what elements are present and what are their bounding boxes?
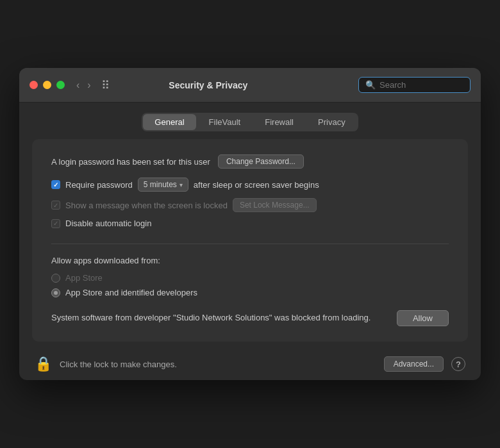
tabs-container: General FileVault Firewall Privacy — [19, 103, 481, 139]
lock-icon[interactable]: 🔒 — [35, 356, 52, 372]
tab-filevault[interactable]: FileVault — [197, 114, 253, 130]
download-section-title: Allow apps downloaded from: — [51, 256, 449, 265]
window-title: Security & Privacy — [65, 80, 352, 90]
blocked-section: System software from developer "Studio N… — [51, 310, 449, 326]
app-store-radio[interactable] — [51, 274, 60, 283]
require-password-suffix: after sleep or screen saver begins — [194, 180, 319, 190]
app-store-label: App Store — [65, 273, 103, 283]
require-password-row: Require password 5 minutes ▾ after sleep… — [51, 178, 449, 192]
search-input[interactable] — [379, 80, 463, 90]
search-bar: 🔍 — [358, 77, 471, 93]
password-info-row: A login password has been set for this u… — [51, 154, 449, 169]
tabs: General FileVault Firewall Privacy — [142, 113, 358, 131]
disable-autologin-checkbox[interactable] — [51, 219, 60, 228]
tab-firewall[interactable]: Firewall — [253, 114, 305, 130]
disable-autologin-label: Disable automatic login — [65, 219, 151, 228]
allow-button[interactable]: Allow — [397, 310, 449, 326]
disable-autologin-row: Disable automatic login — [51, 219, 449, 228]
app-store-radio-row: App Store — [51, 273, 449, 283]
traffic-lights — [29, 81, 65, 89]
close-button[interactable] — [29, 81, 38, 89]
tab-general[interactable]: General — [143, 114, 196, 130]
app-store-identified-label: App Store and identified developers — [65, 288, 197, 297]
require-password-checkbox[interactable] — [51, 180, 60, 189]
show-message-label: Show a message when the screen is locked — [65, 201, 228, 210]
footer: 🔒 Click the lock to make changes. Advanc… — [19, 348, 481, 380]
main-window: ‹ › ⠿ Security & Privacy 🔍 General FileV… — [19, 68, 481, 380]
search-icon: 🔍 — [365, 80, 376, 90]
blocked-text: System software from developer "Studio N… — [51, 312, 371, 324]
show-message-row: Show a message when the screen is locked… — [51, 198, 449, 212]
download-section: Allow apps downloaded from: App Store Ap… — [51, 256, 449, 297]
password-time-value: 5 minutes — [144, 180, 177, 189]
password-section: A login password has been set for this u… — [51, 154, 449, 228]
password-time-dropdown[interactable]: 5 minutes ▾ — [138, 178, 188, 192]
help-button[interactable]: ? — [451, 357, 465, 371]
dropdown-arrow-icon: ▾ — [179, 181, 183, 188]
advanced-button[interactable]: Advanced... — [384, 356, 444, 372]
set-lock-message-button[interactable]: Set Lock Message... — [233, 198, 317, 212]
require-password-label: Require password — [65, 180, 133, 190]
app-store-identified-radio-row: App Store and identified developers — [51, 288, 449, 297]
content-area: A login password has been set for this u… — [32, 139, 468, 342]
password-info-text: A login password has been set for this u… — [51, 157, 210, 167]
maximize-button[interactable] — [56, 81, 65, 89]
divider — [51, 244, 449, 244]
show-message-checkbox[interactable] — [51, 201, 60, 210]
minimize-button[interactable] — [43, 81, 51, 89]
lock-text: Click the lock to make changes. — [60, 360, 376, 369]
app-store-identified-radio[interactable] — [51, 288, 60, 297]
tab-privacy[interactable]: Privacy — [306, 114, 357, 130]
change-password-button[interactable]: Change Password... — [218, 154, 304, 169]
titlebar: ‹ › ⠿ Security & Privacy 🔍 — [19, 68, 481, 103]
